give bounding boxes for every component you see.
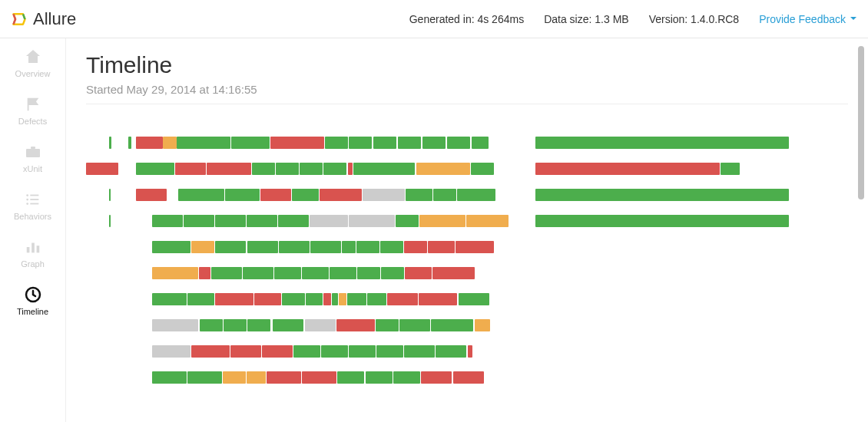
timeline-segment[interactable] bbox=[187, 371, 222, 384]
timeline-segment[interactable] bbox=[349, 215, 395, 227]
timeline-segment[interactable] bbox=[457, 189, 495, 201]
timeline-segment[interactable] bbox=[468, 345, 472, 358]
timeline-segment[interactable] bbox=[247, 241, 278, 253]
timeline-segment[interactable] bbox=[109, 189, 111, 201]
timeline-segment[interactable] bbox=[302, 371, 336, 384]
timeline-segment[interactable] bbox=[404, 345, 435, 358]
timeline-segment[interactable] bbox=[323, 163, 346, 175]
timeline-segment[interactable] bbox=[535, 163, 720, 175]
timeline-segment[interactable] bbox=[406, 189, 432, 201]
timeline-segment[interactable] bbox=[215, 215, 246, 227]
sidebar-item-xunit[interactable]: xUnit bbox=[0, 134, 65, 181]
timeline-segment[interactable] bbox=[321, 345, 348, 358]
timeline-segment[interactable] bbox=[109, 215, 111, 227]
timeline-segment[interactable] bbox=[323, 293, 331, 305]
timeline-segment[interactable] bbox=[320, 189, 362, 201]
timeline-segment[interactable] bbox=[422, 137, 446, 149]
timeline-segment[interactable] bbox=[339, 293, 346, 305]
timeline-segment[interactable] bbox=[475, 319, 490, 331]
timeline-segment[interactable] bbox=[459, 293, 489, 305]
timeline-segment[interactable] bbox=[163, 137, 177, 149]
timeline-segment[interactable] bbox=[436, 345, 466, 358]
timeline-chart[interactable] bbox=[86, 137, 823, 397]
timeline-segment[interactable] bbox=[471, 163, 494, 175]
timeline-segment[interactable] bbox=[230, 345, 261, 358]
timeline-segment[interactable] bbox=[199, 267, 210, 279]
timeline-segment[interactable] bbox=[152, 345, 190, 358]
timeline-segment[interactable] bbox=[267, 371, 301, 384]
timeline-segment[interactable] bbox=[247, 215, 277, 227]
timeline-segment[interactable] bbox=[224, 319, 247, 331]
timeline-segment[interactable] bbox=[396, 215, 419, 227]
timeline-segment[interactable] bbox=[363, 189, 405, 201]
timeline-segment[interactable] bbox=[721, 163, 740, 175]
timeline-segment[interactable] bbox=[175, 163, 206, 175]
sidebar-item-behaviors[interactable]: Behaviors bbox=[0, 181, 65, 229]
timeline-segment[interactable] bbox=[376, 319, 399, 331]
timeline-segment[interactable] bbox=[357, 267, 380, 279]
timeline-segment[interactable] bbox=[279, 241, 310, 253]
timeline-segment[interactable] bbox=[373, 137, 396, 149]
timeline-segment[interactable] bbox=[223, 371, 246, 384]
timeline-segment[interactable] bbox=[356, 241, 379, 253]
timeline-segment[interactable] bbox=[535, 137, 789, 149]
timeline-segment[interactable] bbox=[191, 345, 230, 358]
timeline-segment[interactable] bbox=[128, 137, 131, 149]
timeline-segment[interactable] bbox=[207, 163, 251, 175]
timeline-segment[interactable] bbox=[273, 319, 303, 331]
timeline-segment[interactable] bbox=[376, 345, 403, 358]
timeline-segment[interactable] bbox=[367, 293, 386, 305]
timeline-segment[interactable] bbox=[393, 371, 420, 384]
timeline-segment[interactable] bbox=[347, 293, 366, 305]
timeline-segment[interactable] bbox=[177, 137, 230, 149]
timeline-segment[interactable] bbox=[456, 241, 494, 253]
timeline-segment[interactable] bbox=[349, 345, 376, 358]
timeline-segment[interactable] bbox=[152, 319, 198, 331]
feedback-link[interactable]: Provide Feedback bbox=[759, 13, 856, 25]
timeline-segment[interactable] bbox=[419, 293, 457, 305]
timeline-segment[interactable] bbox=[310, 215, 348, 227]
timeline-segment[interactable] bbox=[252, 163, 275, 175]
timeline-segment[interactable] bbox=[274, 267, 301, 279]
timeline-segment[interactable] bbox=[211, 267, 242, 279]
timeline-segment[interactable] bbox=[247, 371, 266, 384]
timeline-segment[interactable] bbox=[282, 293, 305, 305]
timeline-segment[interactable] bbox=[330, 267, 356, 279]
timeline-segment[interactable] bbox=[535, 215, 789, 227]
timeline-segment[interactable] bbox=[152, 293, 187, 305]
timeline-segment[interactable] bbox=[225, 189, 260, 201]
timeline-segment[interactable] bbox=[86, 163, 118, 175]
timeline-segment[interactable] bbox=[152, 241, 190, 253]
timeline-segment[interactable] bbox=[278, 215, 309, 227]
timeline-segment[interactable] bbox=[332, 293, 338, 305]
timeline-segment[interactable] bbox=[366, 371, 393, 384]
timeline-segment[interactable] bbox=[381, 267, 404, 279]
timeline-segment[interactable] bbox=[348, 163, 353, 175]
timeline-segment[interactable] bbox=[152, 371, 187, 384]
timeline-segment[interactable] bbox=[453, 371, 484, 384]
timeline-segment[interactable] bbox=[300, 163, 323, 175]
timeline-segment[interactable] bbox=[325, 137, 348, 149]
timeline-segment[interactable] bbox=[247, 319, 270, 331]
timeline-segment[interactable] bbox=[215, 241, 246, 253]
timeline-segment[interactable] bbox=[270, 137, 324, 149]
timeline-segment[interactable] bbox=[399, 319, 430, 331]
timeline-segment[interactable] bbox=[432, 267, 475, 279]
timeline-segment[interactable] bbox=[191, 241, 214, 253]
timeline-segment[interactable] bbox=[292, 189, 319, 201]
timeline-segment[interactable] bbox=[254, 293, 281, 305]
timeline-segment[interactable] bbox=[276, 163, 299, 175]
timeline-segment[interactable] bbox=[342, 241, 356, 253]
timeline-segment[interactable] bbox=[136, 137, 163, 149]
timeline-segment[interactable] bbox=[302, 267, 329, 279]
timeline-segment[interactable] bbox=[187, 293, 214, 305]
scrollbar-thumb[interactable] bbox=[858, 46, 864, 199]
timeline-segment[interactable] bbox=[398, 137, 421, 149]
timeline-segment[interactable] bbox=[353, 163, 415, 175]
timeline-segment[interactable] bbox=[306, 293, 323, 305]
timeline-segment[interactable] bbox=[405, 267, 432, 279]
timeline-segment[interactable] bbox=[200, 319, 223, 331]
timeline-segment[interactable] bbox=[215, 293, 253, 305]
timeline-segment[interactable] bbox=[431, 319, 473, 331]
timeline-segment[interactable] bbox=[404, 241, 427, 253]
